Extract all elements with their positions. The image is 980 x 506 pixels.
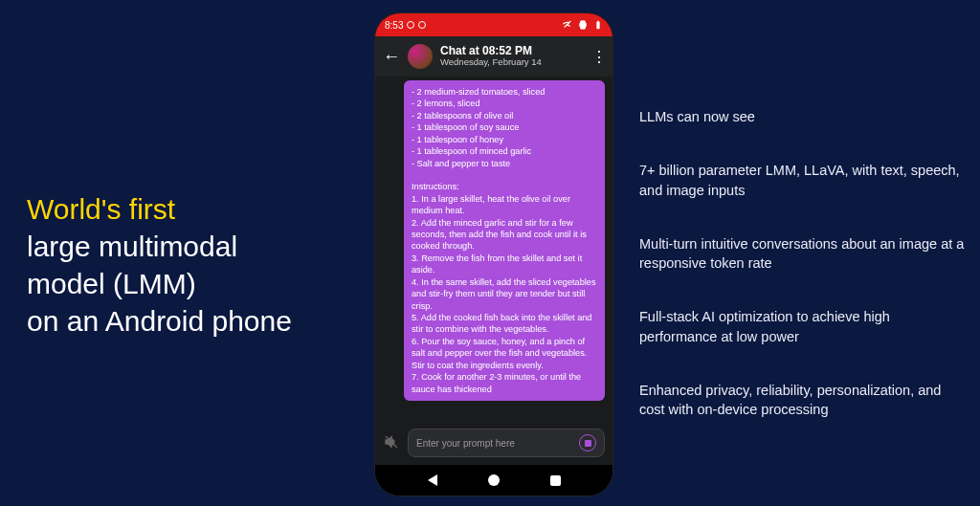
speaker-off-icon[interactable] [383,434,400,452]
more-icon[interactable]: ⋮ [591,48,605,66]
status-left: 8:53 [385,20,426,31]
status-right [563,20,603,30]
avatar[interactable] [408,44,433,69]
stop-icon [585,440,591,447]
bullet-item: Multi-turn intuitive conversations about… [639,234,965,274]
phone-frame: 8:53 ← Chat at 08:52 PM Wednesday, Febru… [375,13,612,495]
chat-subtitle: Wednesday, February 14 [440,57,584,67]
headline-line4: on an Android phone [27,302,352,340]
battery-icon [593,20,603,30]
chat-bubble: - 2 medium-sized tomatoes, sliced - 2 le… [404,80,605,401]
bullet-item: Full-stack AI optimization to achieve hi… [639,307,965,346]
status-indicator-icon [407,21,414,29]
headline-line1: World's first [27,191,352,228]
stop-button[interactable] [579,434,596,451]
android-nav-bar [375,465,612,495]
bullet-item: LLMs can now see [639,107,965,126]
bullet-item: 7+ billion parameter LMM, LLaVA, with te… [639,161,965,200]
prompt-input[interactable]: Enter your prompt here [408,429,605,457]
input-row: Enter your prompt here [375,421,612,465]
headline-line3: model (LMM) [27,265,352,302]
wifi-off-icon [563,20,572,30]
nav-recent-icon[interactable] [550,475,561,486]
bullet-list: LLMs can now see 7+ billion parameter LM… [639,107,965,420]
chat-title-block: Chat at 08:52 PM Wednesday, February 14 [440,45,584,68]
status-indicator-icon [418,21,426,29]
chat-header: ← Chat at 08:52 PM Wednesday, February 1… [375,36,612,77]
bullet-item: Enhanced privacy, reliability, personali… [639,381,965,420]
status-bar: 8:53 [375,13,612,36]
prompt-placeholder: Enter your prompt here [416,438,515,449]
back-icon[interactable]: ← [383,47,400,67]
nav-home-icon[interactable] [488,474,500,486]
message-area[interactable]: - 2 medium-sized tomatoes, sliced - 2 le… [375,77,612,421]
status-time: 8:53 [385,20,403,31]
nav-back-icon[interactable] [428,474,437,486]
vibrate-icon [578,20,588,30]
headline-line2: large multimodal [27,228,352,265]
headline-block: World's first large multimodal model (LM… [27,191,352,340]
